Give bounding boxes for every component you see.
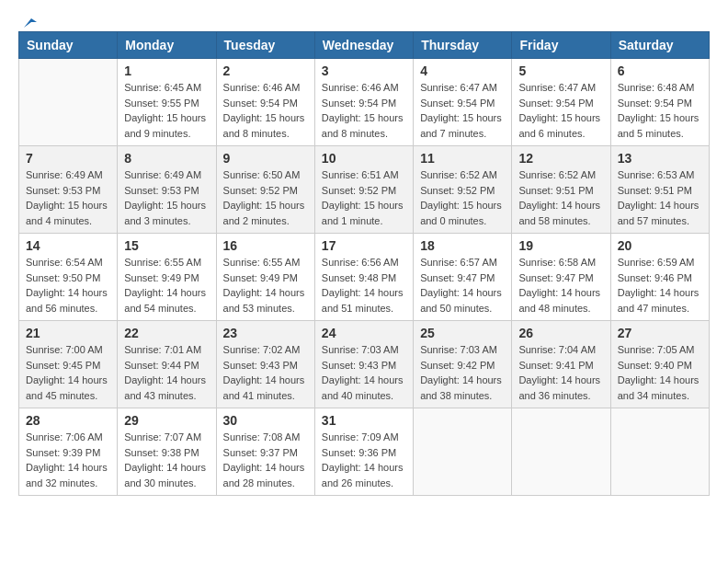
day-number: 26 [518,326,603,340]
calendar-cell: 7Sunrise: 6:49 AM Sunset: 9:53 PM Daylig… [19,146,118,234]
calendar-cell: 20Sunrise: 6:59 AM Sunset: 9:46 PM Dayli… [610,234,709,321]
day-number: 8 [124,151,209,166]
calendar-cell: 30Sunrise: 7:08 AM Sunset: 9:37 PM Dayli… [216,408,314,496]
day-info: Sunrise: 7:00 AM Sunset: 9:45 PM Dayligh… [26,342,110,403]
day-number: 14 [26,238,110,253]
calendar-cell: 4Sunrise: 6:47 AM Sunset: 9:54 PM Daylig… [414,59,512,146]
calendar-cell: 22Sunrise: 7:01 AM Sunset: 9:44 PM Dayli… [118,321,216,408]
day-number: 16 [223,238,308,253]
calendar-cell: 26Sunrise: 7:04 AM Sunset: 9:41 PM Dayli… [512,321,610,408]
day-number: 31 [322,413,406,428]
day-info: Sunrise: 6:57 AM Sunset: 9:47 PM Dayligh… [420,255,505,316]
day-info: Sunrise: 7:09 AM Sunset: 9:36 PM Dayligh… [322,430,406,490]
day-number: 10 [322,151,406,166]
day-number: 30 [223,413,308,428]
day-info: Sunrise: 6:46 AM Sunset: 9:54 PM Dayligh… [223,80,308,141]
day-number: 22 [124,326,209,340]
calendar-cell: 17Sunrise: 6:56 AM Sunset: 9:48 PM Dayli… [314,234,413,321]
day-info: Sunrise: 6:58 AM Sunset: 9:47 PM Dayligh… [518,255,603,316]
calendar-cell [414,408,512,496]
day-number: 7 [26,151,110,166]
day-info: Sunrise: 7:05 AM Sunset: 9:40 PM Dayligh… [618,342,702,403]
calendar-cell: 2Sunrise: 6:46 AM Sunset: 9:54 PM Daylig… [216,59,314,146]
day-info: Sunrise: 6:54 AM Sunset: 9:50 PM Dayligh… [26,255,110,316]
day-info: Sunrise: 6:48 AM Sunset: 9:54 PM Dayligh… [618,80,702,141]
calendar-cell: 28Sunrise: 7:06 AM Sunset: 9:39 PM Dayli… [19,408,118,496]
calendar-week-row: 14Sunrise: 6:54 AM Sunset: 9:50 PM Dayli… [19,234,710,321]
day-info: Sunrise: 7:08 AM Sunset: 9:37 PM Dayligh… [223,430,308,490]
day-number: 18 [420,238,505,253]
day-info: Sunrise: 7:01 AM Sunset: 9:44 PM Dayligh… [124,342,209,403]
day-info: Sunrise: 7:06 AM Sunset: 9:39 PM Dayligh… [26,430,110,490]
calendar-cell: 16Sunrise: 6:55 AM Sunset: 9:49 PM Dayli… [216,234,314,321]
day-number: 13 [618,151,702,166]
day-info: Sunrise: 7:04 AM Sunset: 9:41 PM Dayligh… [518,342,603,403]
calendar-cell: 27Sunrise: 7:05 AM Sunset: 9:40 PM Dayli… [610,321,709,408]
calendar-header-sunday: Sunday [19,32,118,59]
day-info: Sunrise: 6:51 AM Sunset: 9:52 PM Dayligh… [322,167,406,228]
day-number: 11 [420,151,505,166]
day-number: 3 [322,63,406,78]
day-number: 1 [124,63,209,78]
day-number: 23 [223,326,308,340]
day-number: 27 [618,326,702,340]
day-number: 6 [618,63,702,78]
day-number: 2 [223,63,308,78]
day-info: Sunrise: 7:03 AM Sunset: 9:42 PM Dayligh… [420,342,505,403]
calendar-cell: 18Sunrise: 6:57 AM Sunset: 9:47 PM Dayli… [414,234,512,321]
calendar-cell: 5Sunrise: 6:47 AM Sunset: 9:54 PM Daylig… [512,59,610,146]
day-number: 25 [420,326,505,340]
calendar-cell [610,408,709,496]
calendar-cell: 10Sunrise: 6:51 AM Sunset: 9:52 PM Dayli… [314,146,413,234]
calendar-cell: 1Sunrise: 6:45 AM Sunset: 9:55 PM Daylig… [118,59,216,146]
day-info: Sunrise: 6:47 AM Sunset: 9:54 PM Dayligh… [420,80,505,141]
day-info: Sunrise: 7:03 AM Sunset: 9:43 PM Dayligh… [322,342,406,403]
day-info: Sunrise: 6:55 AM Sunset: 9:49 PM Dayligh… [223,255,308,316]
calendar-cell: 19Sunrise: 6:58 AM Sunset: 9:47 PM Dayli… [512,234,610,321]
calendar-cell: 29Sunrise: 7:07 AM Sunset: 9:38 PM Dayli… [118,408,216,496]
day-info: Sunrise: 6:53 AM Sunset: 9:51 PM Dayligh… [618,167,702,228]
day-number: 12 [518,151,603,166]
calendar-week-row: 1Sunrise: 6:45 AM Sunset: 9:55 PM Daylig… [19,59,710,146]
day-info: Sunrise: 6:52 AM Sunset: 9:51 PM Dayligh… [518,167,603,228]
day-number: 9 [223,151,308,166]
day-info: Sunrise: 6:55 AM Sunset: 9:49 PM Dayligh… [124,255,209,316]
calendar-cell: 11Sunrise: 6:52 AM Sunset: 9:52 PM Dayli… [414,146,512,234]
day-number: 4 [420,63,505,78]
day-number: 17 [322,238,406,253]
calendar-week-row: 21Sunrise: 7:00 AM Sunset: 9:45 PM Dayli… [19,321,710,408]
calendar-cell: 25Sunrise: 7:03 AM Sunset: 9:42 PM Dayli… [414,321,512,408]
day-number: 24 [322,326,406,340]
calendar-cell: 8Sunrise: 6:49 AM Sunset: 9:53 PM Daylig… [118,146,216,234]
svg-marker-0 [24,18,37,28]
calendar-cell: 24Sunrise: 7:03 AM Sunset: 9:43 PM Dayli… [314,321,413,408]
day-info: Sunrise: 6:45 AM Sunset: 9:55 PM Dayligh… [124,80,209,141]
day-number: 15 [124,238,209,253]
calendar-header-monday: Monday [118,32,216,59]
calendar-cell: 31Sunrise: 7:09 AM Sunset: 9:36 PM Dayli… [314,408,413,496]
day-number: 20 [618,238,702,253]
calendar-header-wednesday: Wednesday [314,32,413,59]
day-number: 29 [124,413,209,428]
calendar-cell: 3Sunrise: 6:46 AM Sunset: 9:54 PM Daylig… [314,59,413,146]
logo-bird-icon [20,15,37,31]
calendar-cell: 15Sunrise: 6:55 AM Sunset: 9:49 PM Dayli… [118,234,216,321]
day-info: Sunrise: 6:52 AM Sunset: 9:52 PM Dayligh… [420,167,505,228]
day-number: 21 [26,326,110,340]
day-info: Sunrise: 7:02 AM Sunset: 9:43 PM Dayligh… [223,342,308,403]
calendar-cell [19,59,118,146]
calendar-cell: 14Sunrise: 6:54 AM Sunset: 9:50 PM Dayli… [19,234,118,321]
day-info: Sunrise: 6:50 AM Sunset: 9:52 PM Dayligh… [223,167,308,228]
calendar-cell: 9Sunrise: 6:50 AM Sunset: 9:52 PM Daylig… [216,146,314,234]
day-info: Sunrise: 6:49 AM Sunset: 9:53 PM Dayligh… [26,167,110,228]
day-info: Sunrise: 7:07 AM Sunset: 9:38 PM Dayligh… [124,430,209,490]
calendar-cell: 21Sunrise: 7:00 AM Sunset: 9:45 PM Dayli… [19,321,118,408]
calendar-table: SundayMondayTuesdayWednesdayThursdayFrid… [18,31,710,496]
day-info: Sunrise: 6:46 AM Sunset: 9:54 PM Dayligh… [322,80,406,141]
page-header [18,18,710,26]
day-info: Sunrise: 6:49 AM Sunset: 9:53 PM Dayligh… [124,167,209,228]
logo [18,18,37,26]
calendar-week-row: 7Sunrise: 6:49 AM Sunset: 9:53 PM Daylig… [19,146,710,234]
calendar-header-row: SundayMondayTuesdayWednesdayThursdayFrid… [19,32,710,59]
day-info: Sunrise: 6:59 AM Sunset: 9:46 PM Dayligh… [618,255,702,316]
